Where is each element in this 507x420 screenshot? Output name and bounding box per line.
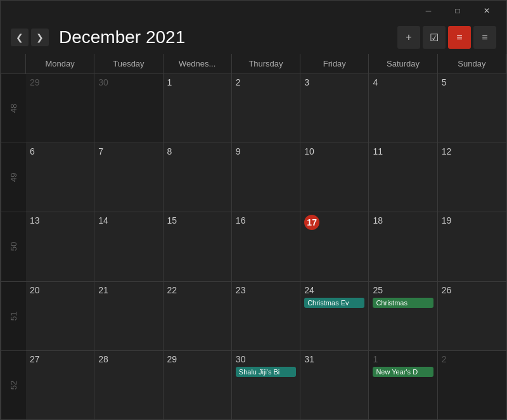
day-num: 6 (30, 146, 35, 156)
calendar: Monday Tuesday Wednes... Thursday Friday… (1, 54, 506, 419)
day-num: 10 (304, 146, 314, 156)
calendar-window: ─ □ ✕ ❮ ❯ December 2021 + ☑ ≡ ≡ Monday T… (0, 0, 507, 420)
day-cell-13[interactable]: 13 (26, 212, 94, 281)
nav-buttons: ❮ ❯ (11, 29, 49, 46)
day-num: 19 (442, 215, 452, 226)
day-num: 4 (373, 77, 378, 87)
day-num: 13 (30, 215, 40, 226)
day-cell-7[interactable]: 7 (94, 143, 163, 212)
day-cell-2-jan[interactable]: 2 (438, 351, 506, 419)
week-number-48: 48 (1, 74, 26, 143)
calendar-body: 48 29 30 1 2 3 4 5 49 6 7 8 9 10 11 12 (1, 74, 506, 419)
day-cell-9[interactable]: 9 (232, 143, 300, 212)
day-num: 27 (30, 354, 40, 364)
day-header-tue: Tuesday (94, 54, 163, 73)
day-cell-14[interactable]: 14 (94, 212, 163, 281)
day-cell-19[interactable]: 19 (438, 212, 506, 281)
day-num: 31 (304, 354, 314, 364)
day-header-mon: Monday (26, 54, 94, 73)
day-cell-3[interactable]: 3 (300, 74, 369, 143)
day-num: 1 (167, 77, 172, 87)
day-cell-24[interactable]: 24 Christmas Ev (300, 282, 369, 350)
day-cell-30[interactable]: 30 Shalu Jiji's Bi (232, 351, 300, 419)
calendar-row-49: 49 6 7 8 9 10 11 12 (1, 143, 506, 212)
day-num: 21 (98, 285, 108, 295)
day-num: 9 (236, 146, 241, 156)
day-cell-1[interactable]: 1 (164, 74, 232, 143)
day-cell-15[interactable]: 15 (164, 212, 232, 281)
toolbar: ❮ ❯ December 2021 + ☑ ≡ ≡ (1, 21, 506, 54)
day-num: 25 (373, 285, 383, 295)
today-indicator: 17 (304, 215, 319, 230)
day-cell-8[interactable]: 8 (164, 143, 232, 212)
calendar-header: Monday Tuesday Wednes... Thursday Friday… (1, 54, 506, 74)
day-cell-28[interactable]: 28 (94, 351, 163, 419)
day-cell-31[interactable]: 31 (300, 351, 369, 419)
week-num-header (1, 54, 26, 73)
close-button[interactable]: ✕ (472, 1, 501, 21)
day-cell-30-nov[interactable]: 30 (94, 74, 163, 143)
event-christmas-eve[interactable]: Christmas Ev (304, 298, 364, 308)
day-cell-27[interactable]: 27 (26, 351, 94, 419)
titlebar: ─ □ ✕ (1, 1, 506, 21)
day-header-sat: Saturday (369, 54, 437, 73)
day-header-fri: Friday (300, 54, 369, 73)
event-new-years[interactable]: New Year's D (373, 367, 433, 377)
day-cell-18[interactable]: 18 (369, 212, 437, 281)
day-num: 30 (98, 77, 108, 87)
week-number-49: 49 (1, 143, 26, 212)
day-header-thu: Thursday (232, 54, 300, 73)
week-number-51: 51 (1, 282, 26, 350)
week-number-52: 52 (1, 351, 26, 419)
calendar-row-52: 52 27 28 29 30 Shalu Jiji's Bi 31 1 New … (1, 351, 506, 419)
day-num: 8 (167, 146, 172, 156)
day-cell-25[interactable]: 25 Christmas (369, 282, 437, 350)
add-event-button[interactable]: + (397, 26, 420, 49)
event-shalu-birthday[interactable]: Shalu Jiji's Bi (236, 367, 296, 377)
day-num: 5 (442, 77, 447, 87)
day-cell-2[interactable]: 2 (232, 74, 300, 143)
day-header-sun: Sunday (438, 54, 506, 73)
day-num: 30 (236, 354, 246, 364)
day-num: 28 (98, 354, 108, 364)
day-cell-16[interactable]: 16 (232, 212, 300, 281)
day-num: 22 (167, 285, 177, 295)
event-christmas[interactable]: Christmas (373, 298, 433, 308)
day-cell-1-jan[interactable]: 1 New Year's D (369, 351, 437, 419)
day-num: 7 (98, 146, 103, 156)
day-cell-11[interactable]: 11 (369, 143, 437, 212)
day-num: 24 (304, 285, 314, 295)
day-cell-10[interactable]: 10 (300, 143, 369, 212)
day-cell-29[interactable]: 29 (164, 351, 232, 419)
day-num: 16 (236, 215, 246, 226)
prev-button[interactable]: ❮ (11, 29, 29, 46)
day-num: 15 (167, 215, 177, 226)
calendar-row-48: 48 29 30 1 2 3 4 5 (1, 74, 506, 143)
next-button[interactable]: ❯ (31, 29, 49, 46)
day-cell-20[interactable]: 20 (26, 282, 94, 350)
day-cell-22[interactable]: 22 (164, 282, 232, 350)
day-num: 2 (236, 77, 241, 87)
day-cell-5[interactable]: 5 (438, 74, 506, 143)
day-num: 23 (236, 285, 246, 295)
day-cell-23[interactable]: 23 (232, 282, 300, 350)
day-cell-26[interactable]: 26 (438, 282, 506, 350)
day-num: 29 (30, 77, 40, 87)
day-cell-6[interactable]: 6 (26, 143, 94, 212)
day-cell-4[interactable]: 4 (369, 74, 437, 143)
week-number-50: 50 (1, 212, 26, 281)
month-title: December 2021 (59, 27, 392, 48)
minimize-button[interactable]: ─ (414, 1, 443, 21)
menu-button[interactable]: ≡ (473, 26, 496, 49)
day-cell-21[interactable]: 21 (94, 282, 163, 350)
day-num: 29 (167, 354, 177, 364)
day-cell-29-nov[interactable]: 29 (26, 74, 94, 143)
day-num: 18 (373, 215, 383, 226)
maximize-button[interactable]: □ (443, 1, 472, 21)
filter-button[interactable]: ≡ (448, 26, 471, 49)
calendar-row-51: 51 20 21 22 23 24 Christmas Ev 25 Christ… (1, 282, 506, 351)
day-cell-12[interactable]: 12 (438, 143, 506, 212)
tasks-button[interactable]: ☑ (423, 26, 446, 49)
day-cell-17[interactable]: 17 (300, 212, 369, 281)
day-num: 12 (442, 146, 452, 156)
